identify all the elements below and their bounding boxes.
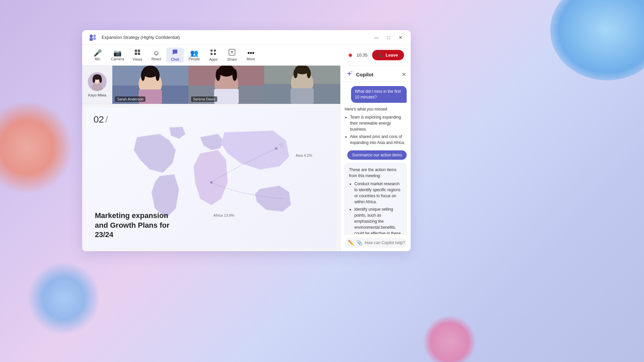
- more-icon: •••: [247, 50, 254, 56]
- svg-rect-2: [90, 38, 93, 41]
- copilot-header: Copilot ✕: [341, 66, 411, 82]
- svg-point-44: [307, 69, 311, 78]
- toolbar-item-views[interactable]: Views: [129, 48, 146, 63]
- response-title: Here's what you missed: [345, 106, 407, 112]
- meeting-time: 10:35: [357, 53, 368, 58]
- copilot-input-field[interactable]: [365, 240, 411, 245]
- svg-point-36: [232, 69, 237, 81]
- action-card-title: These are the action items from this mee…: [349, 167, 402, 179]
- response-bullets: Team is exploring expanding their renewa…: [345, 114, 407, 146]
- svg-rect-41: [291, 88, 314, 104]
- close-button[interactable]: ✕: [396, 33, 405, 42]
- toolbar-item-more[interactable]: ••• More: [242, 48, 259, 62]
- svg-point-47: [351, 71, 352, 72]
- avatar-kayo: [88, 72, 107, 91]
- copilot-close-button[interactable]: ✕: [402, 71, 406, 78]
- svg-rect-9: [211, 50, 213, 52]
- toolbar-label-apps: Apps: [209, 57, 218, 61]
- toolbar-label-chat: Chat: [171, 57, 179, 61]
- maximize-button[interactable]: □: [384, 33, 393, 42]
- toolbar-item-react[interactable]: ☺ React: [148, 48, 165, 62]
- participant-tile-fourth: [264, 66, 340, 104]
- toolbar-label-mic: Mic: [95, 57, 100, 61]
- svg-point-1: [90, 34, 93, 38]
- participants-strip: Kayo Miwa: [82, 66, 340, 104]
- svg-point-27: [141, 70, 145, 81]
- svg-rect-4: [93, 38, 96, 40]
- window-controls: — □ ✕: [372, 33, 405, 42]
- minimize-button[interactable]: —: [372, 33, 381, 42]
- title-bar: Expansion Strategy (Highly Confidential)…: [82, 30, 411, 45]
- toolbar-item-mic[interactable]: 🎤 Mic: [89, 48, 106, 62]
- copilot-first-response: Here's what you missed Team is exploring…: [345, 106, 407, 147]
- svg-rect-5: [135, 50, 137, 52]
- video-serena: Serena Davis: [188, 66, 265, 104]
- svg-rect-8: [138, 53, 140, 55]
- toolbar-item-chat[interactable]: Chat: [166, 48, 184, 63]
- react-icon: ☺: [153, 50, 160, 56]
- copilot-panel: Copilot ✕ What did I miss in the first 1…: [340, 66, 411, 251]
- participant-name-overlay-sarah: Sarah Anderson: [115, 96, 145, 102]
- toolbar-label-more: More: [247, 57, 255, 61]
- leave-button[interactable]: 📞 Leave: [372, 50, 404, 60]
- copilot-body: What did I miss in the first 10 minutes?…: [341, 82, 411, 234]
- video-fourth: [264, 66, 340, 104]
- svg-point-20: [99, 76, 102, 83]
- svg-rect-11: [211, 53, 213, 55]
- svg-rect-0: [87, 32, 98, 43]
- pen-icon-button[interactable]: ✏️: [348, 240, 354, 246]
- svg-rect-7: [135, 53, 137, 55]
- svg-point-19: [93, 76, 95, 83]
- main-content: Kayo Miwa: [82, 66, 411, 251]
- bullet-2: Alex shared pros and cons of expanding i…: [350, 134, 407, 146]
- svg-point-45: [275, 147, 278, 150]
- teams-logo-icon: [87, 32, 98, 43]
- participant-tile-sarah: Sarah Anderson: [112, 66, 188, 104]
- toolbar-item-people[interactable]: 👥 People: [185, 48, 203, 62]
- toolbar-label-share: Share: [227, 57, 237, 61]
- leave-label: Leave: [386, 53, 398, 58]
- toolbar-tools: 🎤 Mic 📷 Camera Views: [89, 48, 259, 63]
- copilot-icon: [345, 70, 353, 78]
- mic-icon: 🎤: [94, 50, 102, 56]
- leave-phone-icon: 📞: [378, 53, 384, 58]
- svg-rect-6: [138, 50, 140, 52]
- chat-icon: [172, 49, 178, 57]
- svg-point-28: [156, 70, 160, 81]
- participant-name-overlay-serena: Serena Davis: [191, 96, 217, 102]
- action-bullet-1: Conduct market research to identify spec…: [354, 181, 402, 205]
- recording-indicator: [349, 54, 352, 57]
- copilot-title-row: Copilot: [345, 70, 373, 78]
- window-title: Expansion Strategy (Highly Confidential): [102, 35, 180, 40]
- attach-icon-button[interactable]: 📎: [356, 240, 363, 246]
- participant-tile-kayo: Kayo Miwa: [82, 66, 112, 104]
- toolbar-item-camera[interactable]: 📷 Camera: [108, 48, 127, 62]
- copilot-input-area: ✏️ 📎: [341, 234, 411, 251]
- views-icon: [134, 49, 141, 57]
- svg-rect-12: [214, 53, 216, 55]
- action-response-card: These are the action items from this mee…: [345, 163, 407, 234]
- svg-point-46: [210, 181, 213, 184]
- bullet-1: Team is exploring expanding their renewa…: [350, 114, 407, 132]
- camera-icon: 📷: [113, 50, 122, 56]
- toolbar-item-apps[interactable]: Apps: [204, 48, 222, 63]
- toolbar-label-react: React: [152, 57, 161, 61]
- participant-name-kayo: Kayo Miwa: [88, 93, 106, 97]
- summarize-action-button[interactable]: Summarize our action items: [347, 150, 407, 160]
- map-label-asia: Asia 4.2%: [296, 153, 312, 157]
- svg-point-43: [294, 69, 298, 78]
- toolbar-label-camera: Camera: [111, 57, 124, 61]
- share-icon: [229, 49, 235, 57]
- toolbar-label-views: Views: [133, 57, 142, 61]
- toolbar-right: 10:35 📞 Leave: [349, 50, 404, 60]
- action-bullet-2: Identify unique selling points, such as …: [354, 206, 402, 234]
- apps-icon: [210, 49, 217, 57]
- video-sarah: Sarah Anderson: [112, 66, 188, 104]
- svg-rect-10: [214, 50, 216, 52]
- slide-content: 02/: [85, 107, 337, 248]
- toolbar-label-people: People: [188, 57, 200, 61]
- slide-number: 02/: [94, 114, 108, 125]
- toolbar-item-share[interactable]: Share: [223, 48, 241, 63]
- participant-tile-serena: Serena Davis: [188, 66, 265, 104]
- title-bar-left: Expansion Strategy (Highly Confidential): [87, 32, 180, 43]
